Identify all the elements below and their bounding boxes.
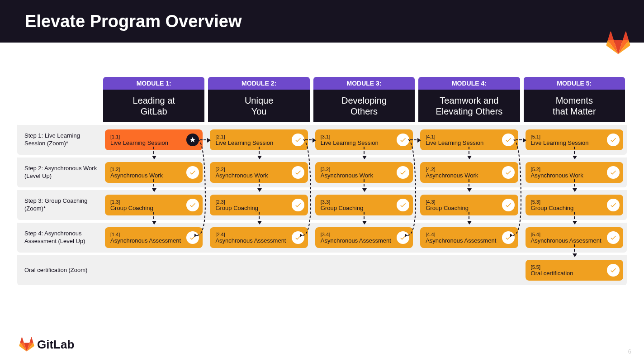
check-icon [292,199,304,211]
check-icon [607,264,620,277]
step-pill[interactable]: [5.3]Group Coaching [526,195,623,215]
module-header-5: MODULE 5:Moments that Matter [522,77,627,122]
cell-r4-c0 [101,253,206,285]
cell-r0-c0: [1.1]Live Learning Session [101,122,206,155]
cell-r1-c2: [3.2]Asynchronous Work [312,155,417,187]
step-label-4: Step 4: Asynchronous Assessment (Level U… [17,220,101,253]
cell-r1-c0: [1.2]Asynchronous Work [101,155,206,187]
step-title: Asynchronous Assessment [531,237,618,244]
program-grid: MODULE 1:Leading at GitLabMODULE 2:Uniqu… [17,77,627,285]
step-pill[interactable]: [2.2]Asynchronous Work [210,162,308,183]
step-title: Live Learning Session [321,139,407,146]
step-code: [1.4] [110,232,197,237]
cell-r3-c1: [2.4]Asynchronous Assessment [206,220,311,253]
cell-r2-c0: [1.3]Group Coaching [101,187,206,220]
step-code: [4.3] [426,199,512,205]
step-pill[interactable]: [5.4]Asynchronous Assessment [526,227,623,248]
step-title: Asynchronous Work [110,172,197,179]
star-icon [186,134,199,146]
check-icon [397,231,409,244]
check-icon [397,134,409,146]
cell-r2-c2: [3.3]Group Coaching [312,187,417,220]
module-header-2: MODULE 2:Unique You [206,77,311,122]
step-label-1: Step 1: Live Learning Session (Zoom)* [17,122,101,155]
step-title: Group Coaching [426,205,512,211]
step-pill[interactable]: [2.4]Asynchronous Assessment [210,227,308,248]
step-title: Asynchronous Assessment [321,237,407,244]
step-pill[interactable]: [3.4]Asynchronous Assessment [315,227,413,248]
step-label-5: Oral certification (Zoom) [17,253,101,285]
step-pill[interactable]: [1.3]Group Coaching [105,195,203,215]
step-title: Asynchronous Work [426,172,512,179]
cell-r3-c4: [5.4]Asynchronous Assessment [522,220,627,253]
module-title: Developing Others [313,90,415,122]
step-title: Oral certification [531,270,618,277]
cell-r4-c3 [417,253,521,285]
check-icon [397,166,409,179]
step-code: [4.4] [426,232,512,237]
check-icon [607,199,620,211]
step-pill[interactable]: [4.2]Asynchronous Work [420,162,518,183]
step-code: [2.1] [215,134,302,139]
step-title: Group Coaching [110,205,197,211]
step-code: [2.4] [215,232,302,237]
step-code: [2.2] [215,167,302,172]
step-pill[interactable]: [5.2]Asynchronous Work [526,162,623,183]
step-title: Live Learning Session [215,139,302,146]
step-title: Asynchronous Work [531,172,618,179]
step-pill[interactable]: [4.3]Group Coaching [420,195,518,215]
step-code: [3.3] [321,199,407,205]
step-pill[interactable]: [2.1]Live Learning Session [210,129,308,150]
step-code: [5.4] [531,232,618,237]
step-code: [3.2] [321,167,407,172]
check-icon [292,134,304,146]
step-code: [5.3] [531,199,618,205]
step-title: Group Coaching [321,205,407,211]
cell-r0-c1: [2.1]Live Learning Session [206,122,311,155]
module-label: MODULE 3: [313,77,415,90]
step-pill[interactable]: [1.2]Asynchronous Work [105,162,203,183]
gitlab-logo-icon [606,31,630,57]
step-code: [1.2] [110,167,197,172]
cell-r2-c4: [5.3]Group Coaching [522,187,627,220]
cell-r1-c3: [4.2]Asynchronous Work [417,155,521,187]
check-icon [502,231,515,244]
cell-r1-c1: [2.2]Asynchronous Work [206,155,311,187]
step-code: [4.2] [426,167,512,172]
step-pill[interactable]: [4.1]Live Learning Session [420,129,518,150]
module-label: MODULE 5: [524,77,625,90]
step-label-3: Step 3: Group Coaching (Zoom)* [17,187,101,220]
step-code: [5.2] [531,167,618,172]
step-pill[interactable]: [2.3]Group Coaching [210,195,308,215]
step-pill[interactable]: [4.4]Asynchronous Assessment [420,227,518,248]
module-header-3: MODULE 3:Developing Others [312,77,417,122]
header-bar: Elevate Program Overview [0,0,644,43]
step-pill[interactable]: [1.4]Asynchronous Assessment [105,227,203,248]
step-title: Asynchronous Work [215,172,302,179]
module-title: Leading at GitLab [103,90,204,122]
cell-r3-c0: [1.4]Asynchronous Assessment [101,220,206,253]
check-icon [186,231,199,244]
step-code: [2.3] [215,199,302,205]
brand-text: GitLab [37,338,74,352]
check-icon [292,231,304,244]
step-pill[interactable]: [5.1]Live Learning Session [526,129,623,150]
step-title: Asynchronous Assessment [110,237,197,244]
module-title: Teamwork and Elevating Others [418,90,520,122]
step-pill[interactable]: [3.1]Live Learning Session [315,129,413,150]
check-icon [607,134,620,146]
check-icon [607,231,620,244]
page-number: 6 [628,348,631,355]
check-icon [502,199,515,211]
cell-r3-c2: [3.4]Asynchronous Assessment [312,220,417,253]
step-pill[interactable]: [3.2]Asynchronous Work [315,162,413,183]
module-label: MODULE 2: [208,77,309,90]
step-code: [5.5] [531,264,618,270]
step-code: [3.1] [321,134,407,139]
check-icon [607,166,620,179]
step-pill[interactable]: [5.5]Oral certification [526,260,623,281]
step-pill[interactable]: [3.3]Group Coaching [315,195,413,215]
cell-r4-c4: [5.5]Oral certification [522,253,627,285]
cell-r0-c2: [3.1]Live Learning Session [312,122,417,155]
step-pill[interactable]: [1.1]Live Learning Session [105,129,203,150]
